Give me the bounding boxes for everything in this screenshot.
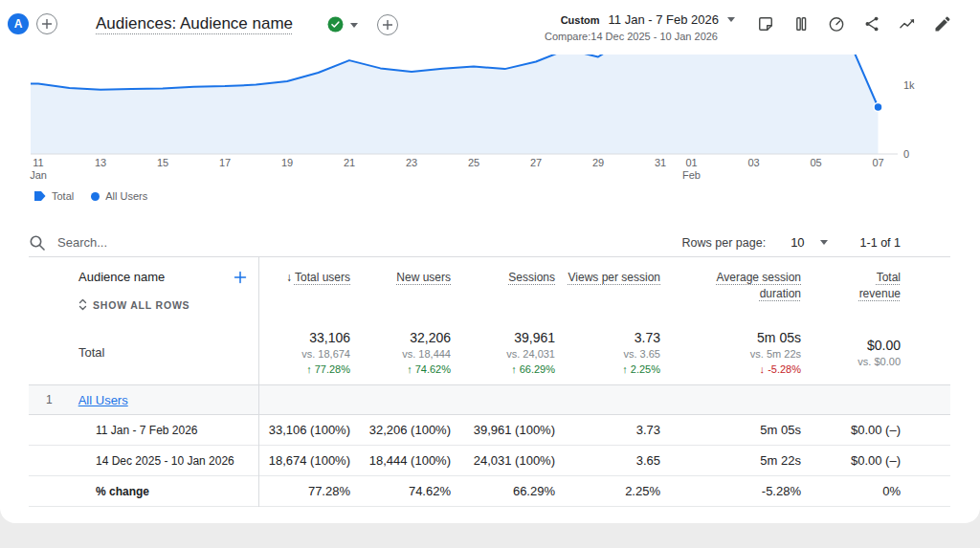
edit-button[interactable] [930,11,955,36]
gauge-icon [827,14,846,33]
metric-cell: 0% [813,484,912,498]
period-label: 14 Dec 2025 - 10 Jan 2026 [29,454,258,468]
table-row-compare-period: 14 Dec 2025 - 10 Jan 2026 18,674 (100%) … [29,446,950,476]
audiences-table: Audience name SHOW ALL ROWS ↓Total users… [29,257,950,507]
svg-text:31: 31 [655,157,666,168]
account-avatar[interactable]: A [8,13,29,34]
metric-cell: 24,031 (100%) [462,453,567,468]
insights-button[interactable] [895,11,920,36]
all-users-link[interactable]: All Users [78,393,128,407]
metric-total-cell: 32,206 vs. 18,444 ↑ 74.62% [362,320,462,384]
spacer [912,415,950,445]
metric-cell: 18,444 (100%) [362,453,462,468]
metric-cell: 74.62% [362,484,462,498]
metric-cell: 5m 22s [672,453,813,468]
notes-button[interactable] [753,11,778,36]
metric-total-cell: 3.73 vs. 3.65 ↑ 2.25% [567,320,672,384]
analytics-audiences-page: 11Jan1315171921232527293101Feb0305071k0 … [0,0,980,548]
svg-text:27: 27 [530,157,542,168]
svg-text:0: 0 [903,148,909,160]
metric-cell: -5.28% [672,484,813,498]
svg-text:21: 21 [344,157,355,168]
spacer [912,446,950,475]
svg-text:Jan: Jan [30,169,47,181]
chart-legend: Total All Users [34,190,147,202]
legend-total[interactable]: Total [34,190,74,202]
custom-date-label: Custom [561,14,600,26]
metric-cell: 32,206 (100%) [362,423,462,437]
share-button[interactable] [859,11,884,36]
metric-cell: 3.65 [567,453,672,468]
row-name-cell: 1 All Users [29,385,258,414]
legend-all-users[interactable]: All Users [91,190,147,202]
svg-text:05: 05 [810,157,821,168]
add-report-tab-button[interactable] [377,14,398,35]
row-index: 1 [46,393,53,406]
svg-text:07: 07 [872,157,883,168]
column-header-views-per-session[interactable]: Views per session [567,257,672,320]
spacer [912,476,950,506]
metric-total-cell: $0.00 vs. $0.00 [813,320,912,384]
metric-cell: 39,961 (100%) [462,423,567,437]
rows-per-page-caret[interactable] [820,240,828,245]
add-comparison-button[interactable] [36,13,57,34]
metric-cell: 77.28% [258,484,362,498]
metric-cell: $0.00 (–) [813,453,912,468]
notes-icon [756,14,775,33]
unfold-more-icon [78,298,87,311]
column-divider [258,257,259,507]
insights-icon [898,14,917,33]
compare-date-range: Compare:14 Dec 2025 - 10 Jan 2026 [517,31,718,42]
comparisons-button[interactable] [789,11,813,36]
table-row-current-period: 11 Jan - 7 Feb 2026 33,106 (100%) 32,206… [29,415,950,446]
svg-text:13: 13 [95,157,106,168]
search-input[interactable] [57,235,268,250]
legend-total-label: Total [52,190,74,202]
spacer [912,320,950,384]
plus-icon [41,18,53,30]
metric-cell: 3.73 [567,423,672,437]
svg-text:01: 01 [685,157,697,168]
legend-series-label: All Users [105,190,147,202]
percent-change-label: % change [29,485,258,498]
svg-text:03: 03 [747,157,759,168]
column-header-sessions[interactable]: Sessions [462,257,567,320]
svg-text:19: 19 [281,157,293,168]
show-all-rows-button[interactable]: SHOW ALL ROWS [78,298,189,311]
period-label: 11 Jan - 7 Feb 2026 [29,424,258,437]
benchmarking-button[interactable] [824,11,849,36]
date-range-caret [727,17,735,22]
metric-cell: 2.25% [567,484,672,498]
metric-cell: 33,106 (100%) [258,423,362,437]
column-header-total-revenue[interactable]: Total revenue [813,257,912,320]
saved-check-icon [327,16,344,36]
date-range-value: 11 Jan - 7 Feb 2026 [609,12,719,27]
comparisons-icon [791,14,811,33]
add-dimension-icon[interactable] [234,271,247,284]
metric-total-cell: 39,961 vs. 24,031 ↑ 66.29% [462,320,567,384]
audience-name-label: Audience name [78,270,165,284]
report-title[interactable]: Audiences: Audience name [96,14,293,33]
table-row-all-users: 1 All Users [29,384,950,415]
date-range-selector[interactable]: Custom 11 Jan - 7 Feb 2026 Compare:14 De… [517,12,735,42]
total-pentagon-icon [34,191,46,201]
svg-text:23: 23 [406,157,417,168]
total-label: Total [29,345,258,360]
report-toolbar [753,11,955,36]
sort-descending-icon: ↓ [286,271,292,284]
column-header-total-users[interactable]: ↓Total users [258,257,362,320]
rows-per-page-value[interactable]: 10 [791,235,804,250]
rows-per-page-label: Rows per page: [682,236,767,250]
title-menu-caret[interactable] [350,23,358,28]
svg-text:15: 15 [157,157,168,168]
totals-row: Total 33,106 vs. 18,674 ↑ 77.28% 32,206 … [29,320,950,384]
series-dot-icon [91,192,100,201]
report-card: 11Jan1315171921232527293101Feb0305071k0 … [0,0,980,523]
metric-cell: 66.29% [462,484,567,498]
column-header-new-users[interactable]: New users [362,257,462,320]
metric-total-cell: 5m 05s vs. 5m 22s ↓ -5.28% [672,320,813,384]
column-header-avg-session-duration[interactable]: Average session duration [672,257,813,320]
plus-icon [382,19,393,31]
metric-total-cell: 33,106 vs. 18,674 ↑ 77.28% [258,320,362,384]
svg-text:Feb: Feb [682,169,701,181]
